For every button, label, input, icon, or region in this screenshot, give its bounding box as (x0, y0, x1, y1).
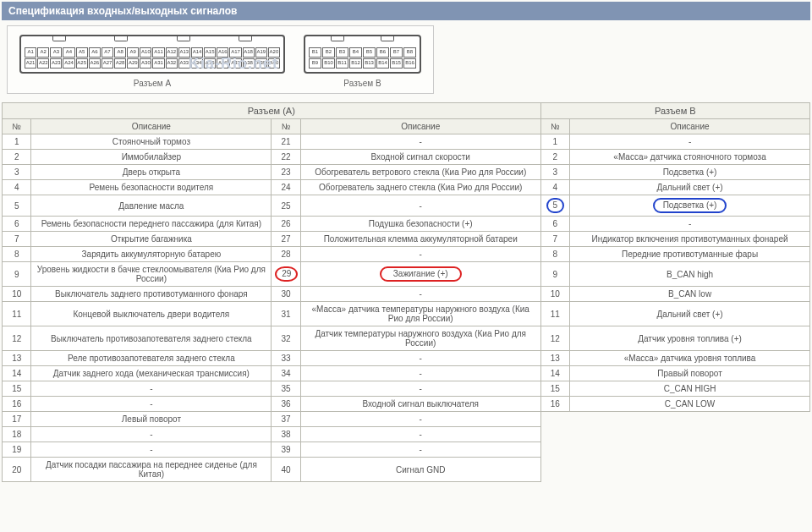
table-cell: 10 (540, 287, 569, 302)
connector-pin: A36 (217, 58, 228, 69)
table-cell: 28 (272, 247, 300, 262)
table-cell: 2 (540, 150, 569, 165)
table-cell: 15 (540, 381, 569, 397)
table-cell: Уровень жидкости в бачке стеклоомывателя… (31, 262, 272, 287)
table-cell: - (300, 351, 540, 366)
connector-pin: A25 (76, 58, 88, 69)
table-cell: 18 (3, 427, 31, 442)
col-desc: Описание (570, 119, 810, 134)
table-cell: 13 (540, 351, 569, 366)
table-cell: 32 (272, 326, 300, 351)
connector-pin: B10 (322, 58, 335, 69)
connector-pin: A16 (217, 47, 228, 58)
table-cell: 6 (3, 217, 31, 232)
table-cell: - (570, 217, 810, 232)
table-cell: Правый поворот (570, 366, 810, 381)
connector-pin: B12 (349, 58, 362, 69)
table-cell: 29 (272, 262, 300, 287)
connector-pin: B9 (309, 58, 321, 69)
connector-b: B1B2B3B4B5B6B7B8B9B10B11B12B13B14B15B16 … (304, 35, 421, 88)
signals-table: Разъем (А) Разъем B № Описание № Описани… (2, 102, 810, 482)
group-header-a: Разъем (А) (3, 103, 541, 119)
connector-pin: A39 (255, 58, 267, 69)
table-cell: - (300, 134, 540, 150)
table-row: 2Иммобилайзер22Входной сигнал скорости2«… (3, 150, 810, 165)
table-cell: Обогреватель заднего стекла (Киа Рио для… (300, 180, 540, 195)
table-row: 11Концевой выключатель двери водителя31«… (3, 302, 810, 326)
table-cell: - (31, 442, 272, 458)
table-cell: 6 (540, 217, 569, 232)
table-row: 7Открытие багажника27Положительная клемм… (3, 232, 810, 247)
table-row: 10Выключатель заднего противотуманного ф… (3, 287, 810, 302)
connector-pin: A1 (25, 47, 36, 58)
table-cell: Датчик посадки пассажира на переднее сид… (31, 458, 272, 482)
table-cell: Иммобилайзер (31, 150, 272, 165)
table-cell: - (31, 381, 272, 397)
connector-pin: A38 (243, 58, 255, 69)
connector-pin: A14 (191, 47, 203, 58)
connector-pin: A27 (102, 58, 113, 69)
connector-pin: B15 (390, 58, 403, 69)
table-cell: 2 (3, 150, 31, 165)
connector-pin: A22 (37, 58, 49, 69)
connector-pin: B8 (403, 47, 416, 58)
connector-diagram-panel: Kia-Rio.net A1A2A3A4A5A6A7A8A9A10A11A12A… (7, 25, 434, 94)
connector-pin: A10 (140, 47, 151, 58)
table-cell: Левый поворот (31, 412, 272, 427)
connector-pin: A20 (268, 47, 280, 58)
table-row: 15-35-15C_CAN HIGH (3, 381, 810, 397)
table-cell: Зарядить аккумуляторную батарею (31, 247, 272, 262)
connector-a: A1A2A3A4A5A6A7A8A9A10A11A12A13A14A15A16A… (19, 35, 285, 88)
table-cell: 3 (3, 165, 31, 180)
connector-pin: A32 (166, 58, 178, 69)
table-row: 16-36Входной сигнал выключателя16C_CAN L… (3, 397, 810, 412)
table-cell: 5 (3, 195, 31, 217)
connector-pin: A28 (114, 58, 126, 69)
table-cell: Обогреватель ветрового стекла (Киа Рио д… (300, 165, 540, 180)
table-cell: 16 (540, 397, 569, 412)
connector-pin: A8 (114, 47, 126, 58)
table-cell: - (31, 427, 272, 442)
table-cell: 1 (3, 134, 31, 150)
group-header-b: Разъем B (540, 103, 809, 119)
table-cell: Выключатель заднего противотуманного фон… (31, 287, 272, 302)
table-cell: - (300, 381, 540, 397)
table-cell: 15 (3, 381, 31, 397)
connector-pin: A2 (37, 47, 49, 58)
table-cell: Давление масла (31, 195, 272, 217)
table-cell: - (300, 366, 540, 381)
connector-pin: B14 (376, 58, 389, 69)
table-cell: Выключатель противозапотевателя заднего … (31, 326, 272, 351)
table-cell: Открытие багажника (31, 232, 272, 247)
table-cell: Передние противотуманные фары (570, 247, 810, 262)
connector-pin: A19 (255, 47, 267, 58)
table-cell: 3 (540, 165, 569, 180)
table-cell: 24 (272, 180, 300, 195)
table-cell: 14 (3, 366, 31, 381)
table-cell: 36 (272, 397, 300, 412)
table-cell: Входной сигнал выключателя (300, 397, 540, 412)
table-cell: - (300, 412, 540, 427)
table-cell: Дальний свет (+) (570, 302, 810, 326)
connector-pin: A6 (89, 47, 101, 58)
connector-pin: B7 (390, 47, 403, 58)
table-cell: Датчик уровня топлива (+) (570, 326, 810, 351)
table-cell: Ремень безопасности водителя (31, 180, 272, 195)
table-row: 6Ремень безопасности переднего пассажира… (3, 217, 810, 232)
table-cell: 25 (272, 195, 300, 217)
connector-pin: A37 (229, 58, 241, 69)
table-cell: 22 (272, 150, 300, 165)
table-row: 3Дверь открыта23Обогреватель ветрового с… (3, 165, 810, 180)
connector-pin: A26 (89, 58, 101, 69)
connector-pin: A34 (191, 58, 203, 69)
col-num: № (3, 119, 31, 134)
connector-pin: B5 (363, 47, 376, 58)
table-row: 14Датчик заднего хода (механическая тран… (3, 366, 810, 381)
table-cell: «Масса» датчика уровня топлива (570, 351, 810, 366)
connector-pin: A35 (204, 58, 216, 69)
connector-pin: A7 (102, 47, 113, 58)
table-cell: Положительная клемма аккумуляторной бата… (300, 232, 540, 247)
table-cell: - (300, 247, 540, 262)
col-desc: Описание (31, 119, 272, 134)
table-row: 1Стояночный тормоз21-1- (3, 134, 810, 150)
